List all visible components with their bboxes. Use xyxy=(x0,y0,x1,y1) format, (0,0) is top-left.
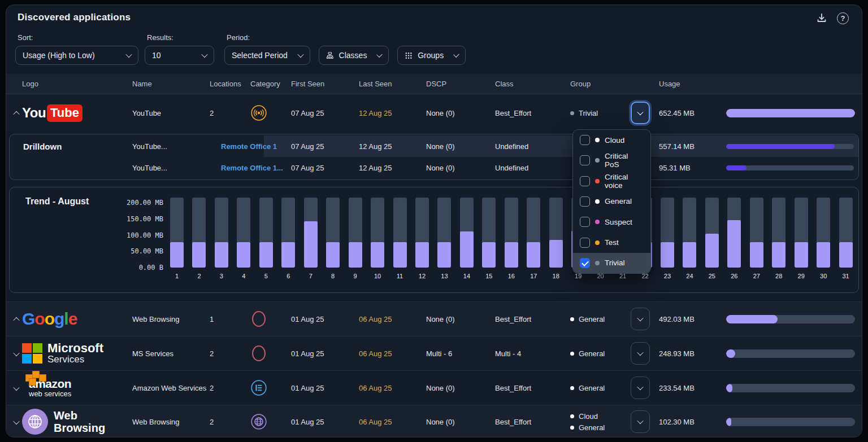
dscp-cell: None (0) xyxy=(426,384,495,392)
expand-toggle[interactable] xyxy=(11,382,22,393)
checkbox-unchecked[interactable] xyxy=(580,217,590,227)
trend-x-label: 13 xyxy=(441,273,448,279)
menu-item-test[interactable]: Test xyxy=(573,232,650,252)
location-link[interactable]: Remote Office 1... xyxy=(221,164,291,172)
chevron-down-icon xyxy=(125,51,132,58)
col-header-locations: Locations xyxy=(210,80,250,88)
trend-bar-day-31: 31 xyxy=(839,198,853,279)
usage-bar xyxy=(726,109,855,117)
microsoft-tile xyxy=(33,354,42,364)
servers-category-icon xyxy=(250,379,267,396)
menu-item-general[interactable]: General xyxy=(573,191,650,212)
expand-toggle[interactable] xyxy=(11,348,22,359)
table-row-youtube[interactable]: YouTube YouTube 2 07 Aug 25 12 Aug 25 No… xyxy=(6,94,862,132)
table-row-web-browsing[interactable]: Web Browsing Web Browsing 2 01 Aug 25 06… xyxy=(6,405,862,437)
checkbox-checked[interactable] xyxy=(580,258,590,268)
group-dot xyxy=(570,426,574,430)
drilldown-label: Drilldown xyxy=(10,142,132,151)
sort-label: Sort: xyxy=(18,33,33,42)
group-dropdown-button[interactable] xyxy=(631,410,650,433)
sort-select[interactable]: Usage (High to Low) xyxy=(15,46,138,65)
col-header-last-seen: Last Seen xyxy=(359,80,426,88)
filter-bar: Sort: Usage (High to Low) Results: 10 Pe… xyxy=(6,29,862,74)
table-row-microsoft[interactable]: Microsoft Services MS Services 2 01 Aug … xyxy=(6,336,862,370)
help-button[interactable]: ? xyxy=(837,11,852,25)
drilldown-row[interactable]: Drilldown YouTube... Remote Office 1 07 … xyxy=(10,135,858,157)
location-link[interactable]: Remote Office 1 xyxy=(221,142,291,151)
chevron-down-icon xyxy=(637,109,643,115)
usage-cell: 95.31 MB xyxy=(659,164,726,172)
last-seen-cell: 06 Aug 25 xyxy=(359,384,426,392)
checkbox-unchecked[interactable] xyxy=(580,155,590,165)
period-select[interactable]: Selected Period xyxy=(224,46,310,65)
usage-bar xyxy=(726,384,855,392)
trend-x-label: 31 xyxy=(842,273,849,279)
col-header-class: Class xyxy=(495,80,570,88)
checkbox-unchecked[interactable] xyxy=(580,196,590,207)
group-dropdown-button[interactable] xyxy=(631,308,650,330)
aws-logo-subtext: web services xyxy=(29,390,71,399)
classes-button[interactable]: Classes xyxy=(319,46,389,65)
checkbox-unchecked[interactable] xyxy=(580,238,590,248)
menu-item-label: Critical voice xyxy=(605,173,644,190)
usage-bar xyxy=(726,165,854,170)
usage-bar xyxy=(726,418,855,426)
group-dropdown-button[interactable] xyxy=(631,342,650,365)
menu-item-label: Cloud xyxy=(605,136,624,145)
trend-x-label: 24 xyxy=(686,273,693,279)
trend-bar-day-10: 10 xyxy=(371,198,384,279)
results-select[interactable]: 10 xyxy=(145,46,214,65)
group-dot xyxy=(570,352,574,356)
microsoft-logo: Microsoft Services xyxy=(22,342,132,365)
checkbox-unchecked[interactable] xyxy=(580,135,590,145)
period-value: Selected Period xyxy=(232,51,293,60)
drilldown-row[interactable]: YouTube... Remote Office 1... 07 Aug 25 … xyxy=(10,157,858,178)
classes-hierarchy-icon xyxy=(326,51,334,60)
locations-cell: 2 xyxy=(210,384,250,392)
microsoft-tile xyxy=(22,343,32,353)
group-dot xyxy=(595,240,600,245)
first-seen-cell: 07 Aug 25 xyxy=(291,109,359,117)
expand-toggle[interactable] xyxy=(11,313,22,325)
menu-item-critical-pos[interactable]: Critical PoS xyxy=(573,150,650,170)
download-button[interactable] xyxy=(814,11,829,25)
menu-item-trivial[interactable]: Trivial xyxy=(573,253,650,273)
group-dot xyxy=(570,317,574,321)
class-cell: Best_Effort xyxy=(495,384,570,392)
trend-x-label: 1 xyxy=(175,273,179,279)
trend-bar-day-27: 27 xyxy=(750,198,763,279)
class-cell: Undefined xyxy=(495,142,570,151)
table-row-google[interactable]: Google Web Browsing 1 01 Aug 25 06 Aug 2… xyxy=(6,301,862,336)
group-dot xyxy=(595,138,600,142)
dscp-cell: None (0) xyxy=(426,315,495,323)
page-title: Discovered applications xyxy=(18,12,131,23)
group-dot xyxy=(595,199,600,204)
chevron-down-icon xyxy=(377,51,383,57)
usage-bar xyxy=(726,144,854,149)
menu-item-critical-voice[interactable]: Critical voice xyxy=(573,171,650,191)
chevron-down-icon xyxy=(637,418,643,424)
group-dropdown-button[interactable] xyxy=(631,377,650,399)
group-dropdown-button[interactable] xyxy=(631,102,650,124)
dscp-cell: None (0) xyxy=(426,418,495,426)
group-value: General xyxy=(570,423,631,432)
aws-boxes-icon xyxy=(25,371,50,381)
group-value: General xyxy=(570,349,631,358)
trend-x-label: 17 xyxy=(530,273,537,279)
class-cell: Best_Effort xyxy=(495,109,570,117)
groups-button[interactable]: Groups xyxy=(397,46,466,65)
usage-cell: 248.93 MB xyxy=(659,349,726,358)
expand-toggle[interactable] xyxy=(11,416,22,427)
expand-toggle[interactable] xyxy=(11,107,22,119)
checkbox-unchecked[interactable] xyxy=(580,176,590,186)
trend-chart-panel: Trend - August 200.00 MB150.00 MB100.00 … xyxy=(9,187,859,293)
group-label: Trivial xyxy=(579,109,598,117)
table-row-amazon[interactable]: amazon web services Amazon Web Services … xyxy=(6,370,862,405)
menu-item-cloud[interactable]: Cloud xyxy=(573,130,650,150)
chevron-down-icon xyxy=(637,349,643,356)
last-seen-cell: 12 Aug 25 xyxy=(359,164,426,172)
trend-x-label: 14 xyxy=(463,273,470,279)
discovered-applications-panel: Discovered applications ? Sort: Usage (H… xyxy=(6,5,862,437)
menu-item-suspect[interactable]: Suspect xyxy=(573,212,650,232)
trend-x-label: 23 xyxy=(664,273,671,279)
